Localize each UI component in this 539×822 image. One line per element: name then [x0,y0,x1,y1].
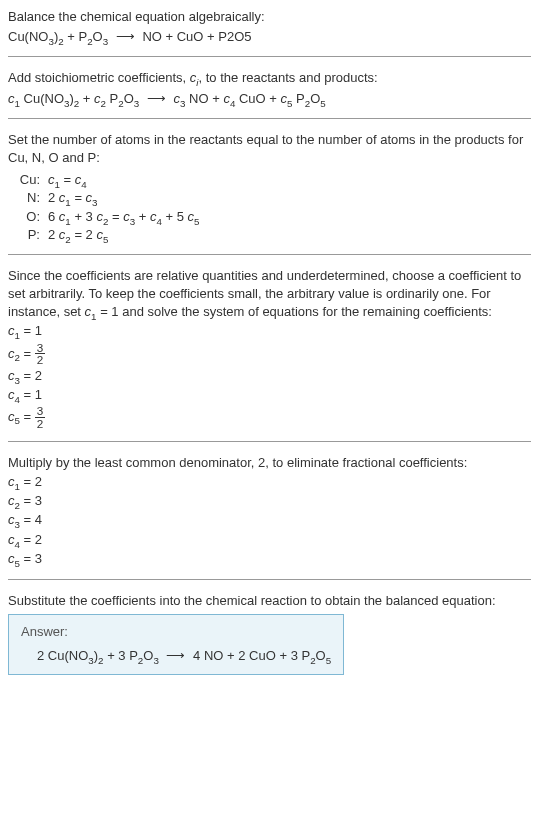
coef-line: c2 = 3 [8,492,531,510]
balanced-equation: 2 Cu(NO3)2 + 3 P2O3 ⟶ 4 NO + 2 CuO + 3 P… [21,647,331,665]
unbalanced-equation: Cu(NO3)2 + P2O3 ⟶ NO + CuO + P2O5 [8,28,531,46]
atom-equation: c1 = c4 [48,171,531,189]
coef-line: c4 = 1 [8,386,531,404]
answer-box: Answer: 2 Cu(NO3)2 + 3 P2O3 ⟶ 4 NO + 2 C… [8,614,344,674]
coef-line: c5 = 32 [8,405,531,429]
section-answer: Substitute the coefficients into the che… [8,592,531,675]
atom-equation: 2 c2 = 2 c5 [48,226,531,244]
section-title: Since the coefficients are relative quan… [8,267,531,322]
atom-label: O: [8,208,48,226]
atom-equation: 2 c1 = c3 [48,189,531,207]
section-balance-prompt: Balance the chemical equation algebraica… [8,8,531,57]
section-atoms: Set the number of atoms in the reactants… [8,131,531,255]
section-title: Substitute the coefficients into the che… [8,592,531,610]
coef-line: c1 = 1 [8,322,531,340]
section-solve: Since the coefficients are relative quan… [8,267,531,442]
table-row: Cu: c1 = c4 [8,171,531,189]
table-row: O: 6 c1 + 3 c2 = c3 + c4 + 5 c5 [8,208,531,226]
section-title: Multiply by the least common denominator… [8,454,531,472]
coef-equation: c1 Cu(NO3)2 + c2 P2O3 ⟶ c3 NO + c4 CuO +… [8,90,531,108]
coef-line: c3 = 2 [8,367,531,385]
atom-balance-table: Cu: c1 = c4 N: 2 c1 = c3 O: 6 c1 + 3 c2 … [8,171,531,244]
coef-line: c2 = 32 [8,342,531,366]
atom-label: N: [8,189,48,207]
atom-label: Cu: [8,171,48,189]
table-row: N: 2 c1 = c3 [8,189,531,207]
answer-label: Answer: [21,623,331,641]
coef-line: c5 = 3 [8,550,531,568]
section-title: Balance the chemical equation algebraica… [8,8,531,26]
section-title: Add stoichiometric coefficients, ci, to … [8,69,531,87]
section-stoichiometric: Add stoichiometric coefficients, ci, to … [8,69,531,118]
atom-equation: 6 c1 + 3 c2 = c3 + c4 + 5 c5 [48,208,531,226]
coef-line: c4 = 2 [8,531,531,549]
table-row: P: 2 c2 = 2 c5 [8,226,531,244]
section-title: Set the number of atoms in the reactants… [8,131,531,167]
coef-line: c3 = 4 [8,511,531,529]
section-lcd: Multiply by the least common denominator… [8,454,531,580]
coef-line: c1 = 2 [8,473,531,491]
atom-label: P: [8,226,48,244]
